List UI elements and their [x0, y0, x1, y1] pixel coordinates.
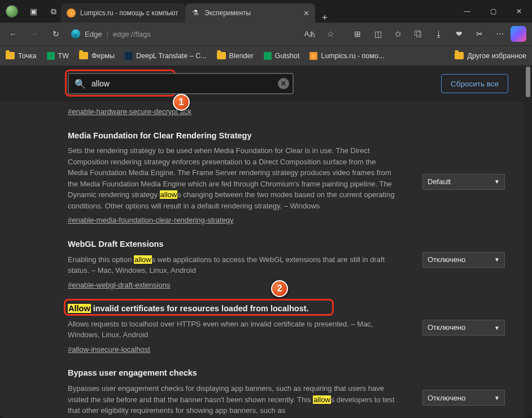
tab-strip: Lumpics.ru - помощь с компьют ⚗ Эксперим… [61, 0, 454, 23]
lumpics-favicon [309, 52, 317, 60]
scroll-thumb[interactable] [526, 67, 530, 97]
bookmark-other[interactable]: Другое избранное [455, 52, 526, 60]
sheets-icon [47, 52, 55, 60]
window-controls: — ▢ ✕ [454, 0, 532, 23]
browser-window: ▣ ⧉ Lumpics.ru - помощь с компьют ⚗ Эксп… [0, 0, 532, 418]
flag-state-dropdown[interactable]: Default▼ [422, 174, 505, 190]
title-text: invalid certificates for resources loade… [91, 304, 309, 313]
profile-avatar[interactable] [6, 5, 18, 18]
chevron-down-icon: ▼ [494, 177, 500, 186]
search-highlight: Allow [68, 304, 91, 313]
flags-search-row: 🔍 ✕ Сбросить все [0, 66, 524, 102]
minimize-button[interactable]: — [454, 0, 480, 23]
screenshot-button[interactable]: ✂ [470, 25, 489, 43]
titlebar-left: ▣ ⧉ [0, 0, 61, 23]
search-icon: 🔍 [75, 79, 86, 89]
bookmark-label: Другое избранное [467, 52, 526, 60]
folder-icon [217, 52, 226, 59]
folder-icon [6, 52, 15, 59]
annotation-badge-2: 2 [271, 280, 288, 297]
bookmark-label: Blender [229, 52, 254, 60]
bookmark-tw[interactable]: TW [47, 52, 69, 60]
clear-search-button[interactable]: ✕ [278, 78, 289, 89]
dropdown-value: Отключено [428, 322, 465, 333]
maximize-button[interactable]: ▢ [480, 0, 506, 23]
bookmark-label: TW [58, 52, 69, 60]
tab-lumpics[interactable]: Lumpics.ru - помощь с компьют [61, 3, 185, 23]
toolbar-right: Aあ ☆ ⊞ ◫ ✩ ⿻ ⭳ ❤ ✂ ⋯ [300, 25, 529, 43]
flag-description: Allows requests to localhost over HTTPS … [68, 319, 398, 341]
flag-state-dropdown[interactable]: Отключено▼ [422, 252, 505, 268]
favorites-button[interactable]: ✩ [389, 25, 408, 43]
tab-close-icon[interactable]: ✕ [303, 9, 309, 18]
addr-edge-label: Edge [85, 30, 102, 38]
flag-title: WebGL Draft Extensions [68, 238, 398, 251]
sheets-icon [264, 52, 272, 60]
page-content-wrap: 🔍 ✕ Сбросить все #enable-hardware-secure… [0, 66, 532, 418]
bookmark-label: Gutshot [275, 52, 300, 60]
back-button[interactable]: ← [3, 25, 23, 43]
titlebar: ▣ ⧉ Lumpics.ru - помощь с компьют ⚗ Эксп… [0, 0, 532, 23]
reset-all-button[interactable]: Сбросить все [441, 74, 508, 93]
dropdown-value: Отключено [428, 254, 465, 265]
flag-title: Bypass user engagement checks [68, 367, 398, 380]
search-wrap: 🔍 ✕ [68, 73, 294, 94]
tab-actions-icon[interactable]: ⧉ [49, 7, 59, 16]
deepl-icon [125, 52, 133, 60]
close-button[interactable]: ✕ [506, 0, 532, 23]
flag-allow-insecure-localhost: Allow invalid certificates for resources… [68, 303, 505, 355]
downloads-button[interactable]: ⭳ [429, 25, 448, 43]
folder-icon [455, 52, 464, 59]
toolbar: ← → ↻ Edge | edge://flags Aあ ☆ ⊞ ◫ ✩ ⿻ ⭳… [0, 23, 532, 45]
flags-list: #enable-hardware-secure-decrypt ack Medi… [0, 102, 524, 416]
bookmark-lumpics[interactable]: Lumpics.ru - помо... [309, 52, 384, 60]
dropdown-value: Отключено [428, 393, 465, 404]
search-highlight: allow [134, 255, 152, 264]
flag-webgl-draft: WebGL Draft Extensions Enabling this opt… [68, 238, 505, 290]
dropdown-value: Default [428, 176, 451, 188]
workspaces-icon[interactable]: ▣ [28, 7, 38, 16]
annotation-badge-1: 1 [173, 94, 190, 111]
split-screen-button[interactable]: ◫ [368, 25, 387, 43]
tab-experiments[interactable]: ⚗ Эксперименты ✕ [185, 3, 315, 23]
flag-anchor-link[interactable]: #enable-webgl-draft-extensions [68, 280, 170, 291]
flag-description: Sets the rendering strategy to be used w… [68, 145, 398, 211]
chevron-down-icon: ▼ [494, 255, 500, 264]
bookmark-label: Фермы [91, 52, 115, 60]
bookmark-blender[interactable]: Blender [217, 52, 254, 60]
flag-title: Media Foundation for Clear Rendering Str… [68, 130, 398, 142]
flag-description: Enabling this option allows web applicat… [68, 254, 398, 276]
bookmark-fermy[interactable]: Фермы [79, 52, 115, 60]
refresh-button[interactable]: ↻ [46, 25, 66, 43]
flag-anchor-link[interactable]: #enable-media-foundation-clear-rendering… [68, 215, 233, 226]
favorite-star-button[interactable]: ☆ [321, 25, 340, 43]
bookmark-deepl[interactable]: DeepL Translate – C... [125, 52, 207, 60]
copilot-button[interactable] [511, 26, 526, 42]
forward-button: → [25, 25, 44, 43]
performance-button[interactable]: ❤ [450, 25, 469, 43]
flag-description: Bypasses user engagement checks for disp… [68, 383, 398, 416]
chevron-down-icon: ▼ [494, 324, 500, 332]
bookmarks-bar: Точка TW Фермы DeepL Translate – C... Bl… [0, 45, 532, 66]
read-aloud-button[interactable]: Aあ [300, 25, 320, 43]
flag-state-dropdown[interactable]: Отключено▼ [422, 320, 505, 336]
bookmark-gutshot[interactable]: Gutshot [264, 52, 300, 60]
flag-anchor-link[interactable]: #enable-hardware-secure-decrypt ack [68, 107, 191, 116]
flags-search-input[interactable] [91, 79, 272, 88]
bookmark-tochka[interactable]: Точка [6, 52, 37, 60]
tab-label: Эксперименты [204, 9, 299, 17]
bookmark-label: Lumpics.ru - помо... [321, 52, 384, 60]
extensions-button[interactable]: ⊞ [348, 25, 367, 43]
addr-separator: | [106, 30, 108, 38]
vertical-scrollbar[interactable] [524, 66, 532, 418]
flags-search-input-box[interactable]: 🔍 [68, 73, 294, 94]
address-bar[interactable]: Edge | edge://flags [68, 25, 237, 42]
flag-bypass-engagement: Bypass user engagement checks Bypasses u… [68, 367, 505, 416]
more-button[interactable]: ⋯ [490, 25, 509, 43]
bookmark-label: Точка [18, 52, 37, 60]
addr-url: edge://flags [113, 30, 151, 38]
flag-anchor-link[interactable]: #allow-insecure-localhost [68, 344, 150, 355]
collections-button[interactable]: ⿻ [409, 25, 428, 43]
flag-state-dropdown[interactable]: Отключено▼ [422, 390, 505, 406]
new-tab-button[interactable]: + [315, 12, 334, 23]
